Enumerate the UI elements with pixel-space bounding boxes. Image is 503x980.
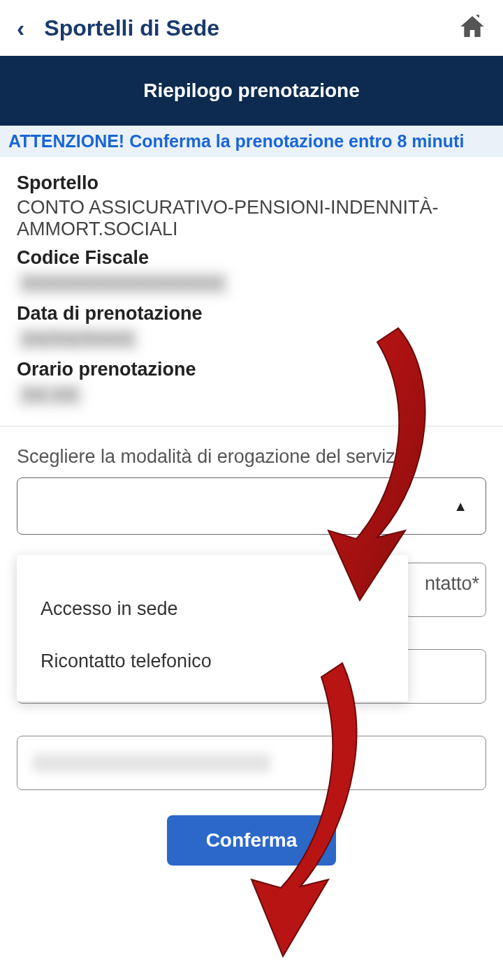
data-value: XX/XX/XXXX (17, 327, 486, 352)
data-label: Data di prenotazione (17, 303, 486, 325)
summary-banner: Riepilogo prenotazione (0, 56, 503, 126)
contact-label-fragment: ntatto* (425, 573, 479, 595)
form-area: Scegliere la modalità di erogazione del … (0, 426, 503, 866)
sportello-value: CONTO ASSICURATIVO-PENSIONI-INDENNITÀ-AM… (17, 197, 486, 240)
summary-panel: Sportello CONTO ASSICURATIVO-PENSIONI-IN… (0, 157, 503, 426)
countdown-alert: ATTENZIONE! Conferma la prenotazione ent… (0, 126, 503, 157)
confirm-button[interactable]: Conferma (167, 815, 337, 866)
option-ricontatto-telefonico[interactable]: Ricontatto telefonico (17, 635, 408, 688)
text-field-3[interactable] (17, 736, 486, 790)
orario-value: XX:XX (17, 383, 486, 408)
back-icon[interactable]: ‹ (17, 15, 24, 42)
cf-label: Codice Fiscale (17, 247, 486, 269)
top-bar-left: ‹ Sportelli di Sede (17, 15, 219, 42)
orario-label: Orario prenotazione (17, 359, 486, 380)
mode-select[interactable]: ▲ (17, 477, 486, 535)
home-icon[interactable] (458, 13, 486, 43)
mode-dropdown: Accesso in sede Ricontatto telefonico (17, 555, 408, 701)
cf-value: XXXXXXXXXXXXXXXX (17, 272, 486, 296)
page-title: Sportelli di Sede (44, 15, 219, 41)
chevron-up-icon: ▲ (453, 498, 467, 514)
option-accesso-in-sede[interactable]: Accesso in sede (17, 583, 408, 635)
top-bar: ‹ Sportelli di Sede (0, 0, 503, 56)
mode-label: Scegliere la modalità di erogazione del … (17, 446, 486, 468)
sportello-label: Sportello (17, 172, 486, 194)
